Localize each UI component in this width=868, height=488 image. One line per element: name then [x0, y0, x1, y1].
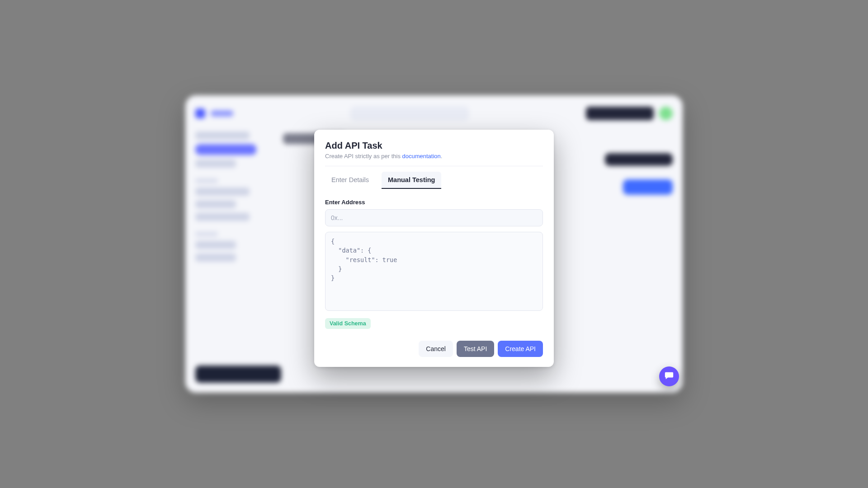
valid-schema-badge: Valid Schema [325, 318, 371, 329]
tab-manual-testing[interactable]: Manual Testing [382, 172, 441, 189]
modal-divider [325, 166, 543, 166]
test-api-button[interactable]: Test API [457, 341, 494, 357]
chat-fab[interactable] [659, 366, 679, 386]
cancel-button[interactable]: Cancel [419, 341, 453, 357]
modal-subtitle: Create API strictly as per this document… [325, 153, 543, 160]
modal-subtitle-suffix: . [441, 153, 443, 160]
modal-tabs: Enter Details Manual Testing [325, 172, 543, 189]
documentation-link[interactable]: documentation [402, 153, 441, 160]
tab-enter-details[interactable]: Enter Details [325, 172, 375, 189]
address-input[interactable] [325, 209, 543, 226]
add-api-task-modal: Add API Task Create API strictly as per … [314, 130, 554, 367]
modal-subtitle-prefix: Create API strictly as per this [325, 153, 402, 160]
modal-title: Add API Task [325, 141, 543, 151]
create-api-button[interactable]: Create API [498, 341, 543, 357]
address-label: Enter Address [325, 199, 543, 206]
chat-icon [664, 371, 674, 382]
schema-textarea[interactable] [325, 232, 543, 311]
modal-actions: Cancel Test API Create API [325, 341, 543, 357]
